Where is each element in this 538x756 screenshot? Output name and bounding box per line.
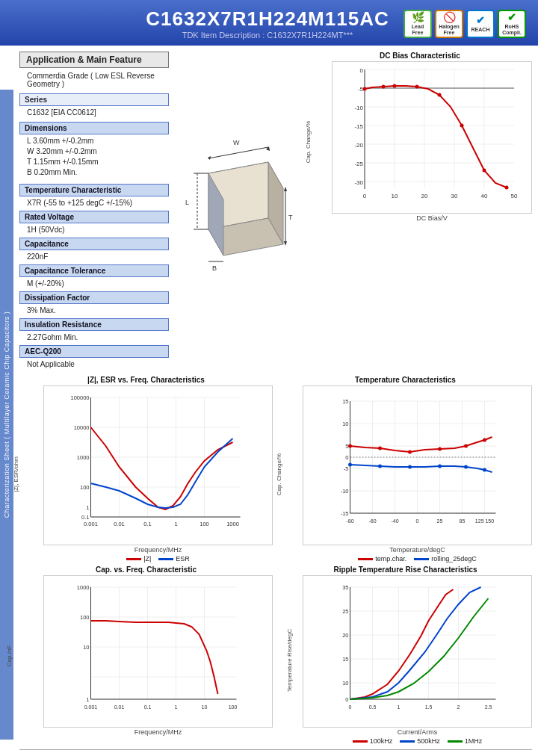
legend-rolling: rolling_25degC <box>414 555 477 563</box>
cap-freq-wrapper: Cap./nF <box>19 575 273 736</box>
svg-point-110 <box>483 439 486 442</box>
insulation-label: Insulation Resistance <box>19 318 169 331</box>
legend-1mhz: 1MHz <box>448 737 483 745</box>
svg-point-50 <box>460 124 464 128</box>
svg-text:0: 0 <box>349 704 352 710</box>
legend-rolling-label: rolling_25degC <box>431 555 477 563</box>
svg-point-111 <box>348 463 352 467</box>
legend-z-label: |Z| <box>143 555 151 563</box>
ripple-chart-area: Ripple Temperature Rise Characteristics … <box>279 566 532 745</box>
dim-b: B 0.20mm Min. <box>19 167 169 177</box>
svg-text:0: 0 <box>360 67 364 74</box>
top-section: Application & Main Feature Commerdia Gra… <box>19 52 532 370</box>
temperature-title: Temperature Characteristics <box>279 376 532 384</box>
dc-bias-svg: 0 -5 -10 -15 -20 -25 -30 0 10 20 30 40 5… <box>333 62 531 211</box>
svg-text:0: 0 <box>345 696 348 703</box>
svg-text:1.5: 1.5 <box>425 704 433 710</box>
ripple-legend: 100kHz 500kHz 1MHz <box>303 737 532 745</box>
impedance-title: |Z|, ESR vs. Freq. Characteristics <box>19 376 273 384</box>
svg-text:40: 40 <box>481 193 488 199</box>
svg-text:100000: 100000 <box>70 394 89 401</box>
capacitor-svg: T W L B <box>175 136 302 285</box>
svg-text:10: 10 <box>342 680 348 687</box>
cap-freq-chart: 1000 100 10 1 0.001 0.01 0.1 1 10 100 <box>43 575 273 728</box>
svg-text:10: 10 <box>392 193 398 199</box>
svg-text:0.001: 0.001 <box>84 704 98 710</box>
page-header: C1632X7R1H224M115AC TDK Item Description… <box>0 0 538 46</box>
svg-text:30: 30 <box>451 193 458 199</box>
dissipation-value: 3% Max. <box>19 306 169 315</box>
cap-freq-chart-area: Cap. vs. Freq. Characteristic Cap./nF <box>19 566 273 745</box>
svg-text:0: 0 <box>363 193 367 199</box>
ripple-title: Ripple Temperature Rise Characteristics <box>279 566 532 574</box>
dissipation-label: Dissipation Factor <box>19 291 169 304</box>
cap-freq-y-label: Cap./nF <box>6 645 13 666</box>
svg-text:25: 25 <box>342 608 348 615</box>
svg-text:100: 100 <box>80 614 90 621</box>
spec-panel: Application & Main Feature Commerdia Gra… <box>19 52 169 370</box>
svg-text:-80: -80 <box>346 518 353 524</box>
impedance-y-label: |Z|, ESR/ohm <box>13 456 19 492</box>
svg-text:-5: -5 <box>344 465 349 472</box>
svg-point-49 <box>438 93 442 97</box>
impedance-svg: 100000 10000 1000 100 1 0.1 0.001 0.01 0… <box>44 386 272 543</box>
cap-freq-x-label: Frequency/MHz <box>43 728 273 736</box>
svg-text:1000: 1000 <box>226 521 239 527</box>
svg-point-45 <box>363 87 367 91</box>
svg-text:-40: -40 <box>391 518 398 524</box>
svg-point-106 <box>378 447 382 450</box>
svg-point-51 <box>483 169 486 173</box>
cap-freq-svg: 1000 100 10 1 0.001 0.01 0.1 1 10 100 <box>44 576 272 725</box>
series-value: C1632 [EIA CC0612] <box>19 108 169 117</box>
bottom-section: Cap. vs. Freq. Characteristic Cap./nF <box>19 566 532 745</box>
legend-esr: ESR <box>158 555 190 563</box>
impedance-chart-area: |Z|, ESR vs. Freq. Characteristics |Z|, … <box>19 376 273 563</box>
svg-text:1: 1 <box>175 704 178 710</box>
header-badges: 🌿LeadFree 🚫HalogenFree ✔REACH ✔RoHSCompl… <box>404 10 526 38</box>
dc-bias-wrapper: Cap. Change/% <box>308 61 532 222</box>
svg-text:35: 35 <box>342 584 348 591</box>
vertical-label: Characterization Sheet ( Multilayer Cera… <box>0 90 13 740</box>
svg-point-115 <box>464 465 468 469</box>
svg-line-9 <box>208 147 268 158</box>
svg-text:0.5: 0.5 <box>369 704 377 710</box>
main-content: Application & Main Feature Commerdia Gra… <box>13 46 538 756</box>
svg-point-113 <box>408 465 412 469</box>
svg-text:0.01: 0.01 <box>114 521 125 527</box>
svg-text:-60: -60 <box>368 518 376 524</box>
temperature-wrapper: Cap. Change/% <box>279 385 532 563</box>
dim-w: W 3.20mm +/-0.2mm <box>19 146 169 156</box>
capacitor-image: T W L B <box>175 52 302 370</box>
svg-point-109 <box>464 444 468 448</box>
temperature-chart: 15 10 5 0 -5 -10 -15 -80 -60 -40 0 25 85 <box>303 385 532 545</box>
svg-text:15: 15 <box>342 398 348 405</box>
impedance-wrapper: |Z|, ESR/ohm <box>19 385 273 563</box>
svg-text:10: 10 <box>202 704 208 710</box>
svg-text:0.001: 0.001 <box>84 521 98 527</box>
legend-esr-label: ESR <box>176 555 190 563</box>
svg-text:1000: 1000 <box>77 584 90 591</box>
svg-point-48 <box>415 85 419 89</box>
ripple-wrapper: Temperature Rise/degC <box>279 575 532 745</box>
middle-section: |Z|, ESR vs. Freq. Characteristics |Z|, … <box>19 376 532 563</box>
dc-bias-x-label: DC Bias/V <box>332 214 532 222</box>
legend-z: |Z| <box>126 555 151 563</box>
svg-text:1000: 1000 <box>77 454 90 461</box>
ripple-svg: 35 25 20 15 10 0 0 0.5 1 1.5 2 2.5 <box>303 576 531 725</box>
dimensions-label: Dimensions <box>19 122 169 134</box>
app-feature-description: Commerdia Grade ( Low ESL Reverse Geomet… <box>19 71 169 89</box>
svg-text:50: 50 <box>511 193 518 199</box>
svg-point-52 <box>505 186 509 190</box>
svg-text:85: 85 <box>460 518 466 524</box>
temperature-x-label: Temperature/degC <box>303 546 532 554</box>
svg-marker-6 <box>284 187 287 191</box>
svg-text:B: B <box>212 264 217 272</box>
svg-text:L: L <box>185 199 189 206</box>
legend-500khz-label: 500kHz <box>417 737 440 745</box>
svg-text:25: 25 <box>437 518 443 524</box>
svg-text:-10: -10 <box>341 488 349 495</box>
legend-500khz: 500kHz <box>400 737 440 745</box>
rohs-badge: ✔RoHSCompli. <box>498 10 526 38</box>
ripple-chart: 35 25 20 15 10 0 0 0.5 1 1.5 2 2.5 <box>303 575 532 728</box>
svg-text:0.01: 0.01 <box>114 704 125 710</box>
